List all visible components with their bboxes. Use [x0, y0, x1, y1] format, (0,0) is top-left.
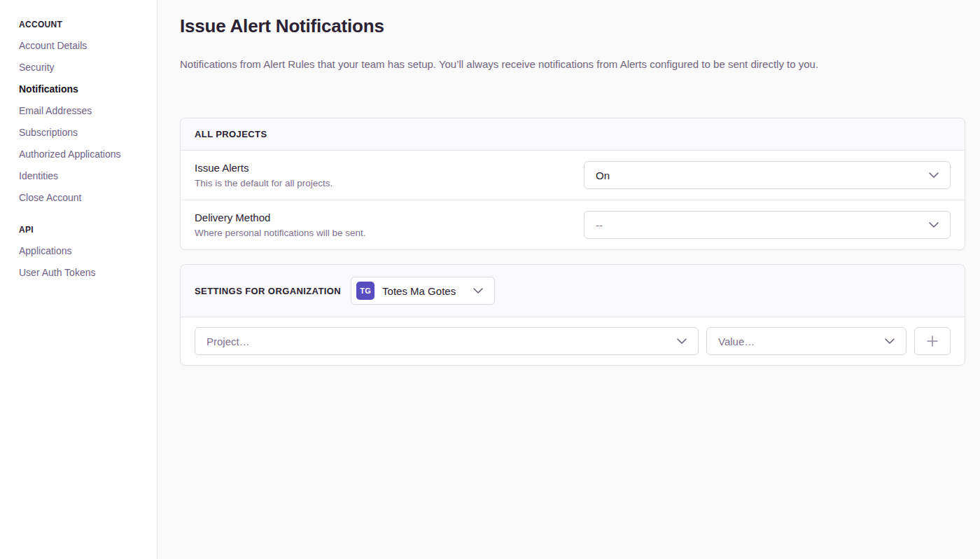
- page-title: Issue Alert Notifications: [180, 15, 965, 37]
- sidebar-item-email-addresses[interactable]: Email Addresses: [19, 105, 147, 117]
- fine-tune-row: Project… Value…: [181, 317, 965, 365]
- organization-avatar: TG: [356, 282, 374, 300]
- nav-section-account: ACCOUNT Account Details Security Notific…: [19, 20, 147, 204]
- sidebar-item-subscriptions[interactable]: Subscriptions: [19, 127, 147, 139]
- organization-panel: SETTINGS FOR ORGANIZATION TG Totes Ma Go…: [180, 264, 965, 366]
- sidebar-item-close-account[interactable]: Close Account: [19, 192, 147, 204]
- delivery-method-text: Delivery Method Where personal notificat…: [195, 212, 366, 238]
- organization-panel-header: SETTINGS FOR ORGANIZATION TG Totes Ma Go…: [181, 265, 965, 317]
- plus-icon: [926, 335, 939, 347]
- sidebar-item-account-details[interactable]: Account Details: [19, 40, 147, 52]
- sidebar-item-applications[interactable]: Applications: [19, 245, 147, 257]
- organization-name: Totes Ma Gotes: [382, 285, 456, 297]
- delivery-method-label: Delivery Method: [195, 212, 366, 223]
- chevron-down-icon: [473, 288, 483, 294]
- sidebar-item-identities[interactable]: Identities: [19, 170, 147, 182]
- project-select[interactable]: Project…: [195, 327, 699, 355]
- issue-alerts-select-value: On: [596, 170, 610, 181]
- main-content: Issue Alert Notifications Notifications …: [158, 0, 980, 559]
- settings-page: ACCOUNT Account Details Security Notific…: [0, 0, 980, 559]
- delivery-method-row: Delivery Method Where personal notificat…: [181, 200, 965, 249]
- delivery-method-select[interactable]: --: [584, 211, 951, 239]
- sidebar-item-notifications[interactable]: Notifications: [19, 83, 147, 95]
- chevron-down-icon: [677, 338, 687, 344]
- issue-alerts-text: Issue Alerts This is the default for all…: [195, 162, 332, 188]
- delivery-method-select-value: --: [596, 219, 603, 231]
- sidebar-item-authorized-applications[interactable]: Authorized Applications: [19, 149, 147, 160]
- settings-sidebar: ACCOUNT Account Details Security Notific…: [0, 0, 158, 559]
- nav-section-api: API Applications User Auth Tokens: [19, 225, 147, 279]
- issue-alerts-label: Issue Alerts: [195, 162, 332, 174]
- value-select[interactable]: Value…: [706, 327, 906, 355]
- organization-select[interactable]: TG Totes Ma Gotes: [351, 277, 495, 305]
- all-projects-panel: ALL PROJECTS Issue Alerts This is the de…: [180, 118, 965, 250]
- sidebar-item-security[interactable]: Security: [19, 62, 147, 74]
- page-description: Notifications from Alert Rules that your…: [180, 57, 965, 71]
- nav-section-header-account: ACCOUNT: [19, 20, 147, 29]
- nav-section-header-api: API: [19, 225, 147, 235]
- org-settings-label: SETTINGS FOR ORGANIZATION: [195, 286, 341, 296]
- issue-alerts-select[interactable]: On: [584, 161, 951, 189]
- value-select-placeholder: Value…: [718, 336, 755, 347]
- issue-alerts-row: Issue Alerts This is the default for all…: [181, 151, 965, 200]
- project-select-placeholder: Project…: [206, 336, 250, 347]
- issue-alerts-help: This is the default for all projects.: [195, 178, 332, 188]
- delivery-method-help: Where personal notifications will be sen…: [195, 228, 366, 238]
- all-projects-panel-header: ALL PROJECTS: [181, 118, 965, 151]
- chevron-down-icon: [929, 172, 939, 178]
- chevron-down-icon: [885, 338, 895, 344]
- chevron-down-icon: [929, 222, 939, 228]
- sidebar-item-user-auth-tokens[interactable]: User Auth Tokens: [19, 267, 147, 279]
- add-fine-tune-button[interactable]: [914, 327, 951, 355]
